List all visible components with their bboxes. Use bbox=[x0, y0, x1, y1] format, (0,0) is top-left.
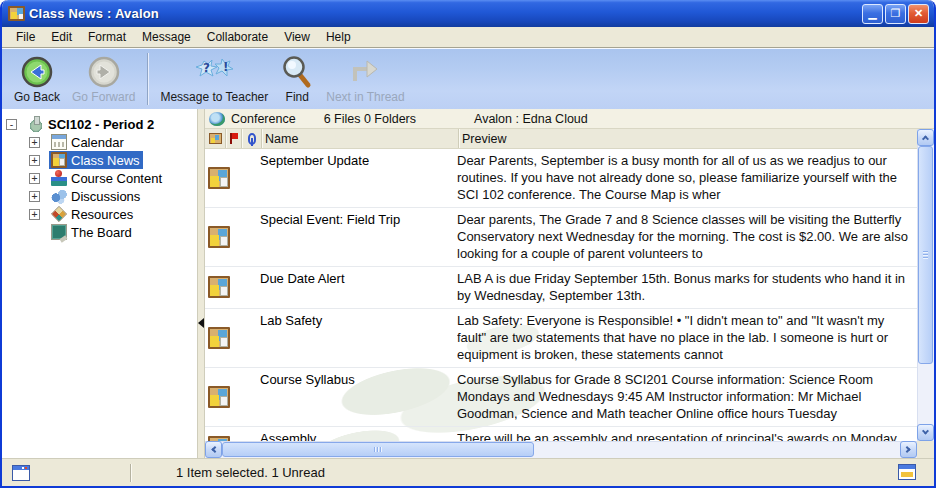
attachment-column-header[interactable] bbox=[242, 129, 262, 148]
pane-splitter[interactable] bbox=[197, 109, 205, 458]
message-row[interactable]: Special Event: Field Trip Dear parents, … bbox=[205, 208, 917, 267]
menu-item[interactable]: View bbox=[276, 28, 318, 46]
conference-location: Avalon : Edna Cloud bbox=[474, 112, 588, 126]
message-row[interactable]: September Update Dear Parents, September… bbox=[205, 149, 917, 208]
window-title: Class News : Avalon bbox=[29, 6, 159, 21]
expand-expander[interactable]: + bbox=[29, 155, 40, 166]
sidebar-items: + Calendar + Class News bbox=[2, 133, 197, 241]
calendar-icon bbox=[51, 134, 67, 150]
minimize-button[interactable]: ▁ bbox=[862, 4, 883, 24]
message-preview: Dear Parents, September is a busy month … bbox=[457, 152, 917, 203]
sidebar-item[interactable]: + Calendar bbox=[2, 133, 197, 151]
horizontal-scrollbar[interactable] bbox=[205, 441, 917, 458]
toggle-panel-icon[interactable] bbox=[12, 465, 30, 481]
menu-item[interactable]: Help bbox=[318, 28, 359, 46]
menu-item[interactable]: Message bbox=[134, 28, 199, 46]
scroll-up-button[interactable] bbox=[917, 129, 934, 146]
next-in-thread-button[interactable]: Next in Thread bbox=[320, 51, 411, 107]
status-text: 1 Item selected. 1 Unread bbox=[176, 465, 325, 480]
message-row[interactable]: Assembly There will be an assembly and p… bbox=[205, 427, 917, 441]
board-icon bbox=[51, 224, 67, 240]
message-name: Assembly bbox=[260, 430, 457, 441]
menu-item[interactable]: Edit bbox=[43, 28, 80, 46]
sidebar-item-label: The Board bbox=[71, 225, 132, 240]
find-button[interactable]: Find bbox=[274, 51, 320, 107]
message-name: September Update bbox=[260, 152, 457, 203]
bulletin-item-icon bbox=[208, 167, 230, 189]
vertical-scrollbar[interactable] bbox=[917, 129, 934, 441]
name-column-header[interactable]: Name bbox=[262, 129, 459, 148]
flag-column-header[interactable] bbox=[226, 129, 242, 148]
sidebar-item-label: Calendar bbox=[71, 135, 124, 150]
menu-bar: File Edit Format Message Collaborate Vie… bbox=[2, 27, 934, 47]
message-preview: Course Syllabus for Grade 8 SCI201 Cours… bbox=[457, 371, 917, 422]
message-row[interactable]: Due Date Alert LAB A is due Friday Septe… bbox=[205, 267, 917, 309]
menu-item[interactable]: Collaborate bbox=[199, 28, 276, 46]
close-button[interactable]: ✕ bbox=[908, 4, 929, 24]
message-name: Course Syllabus bbox=[260, 371, 457, 422]
expand-expander[interactable]: + bbox=[29, 137, 40, 148]
bulletin-item-icon bbox=[208, 276, 230, 298]
bulletin-item-icon bbox=[208, 327, 230, 349]
toolbar-separator bbox=[147, 53, 148, 105]
conference-counts: 6 Files 0 Folders bbox=[324, 112, 416, 126]
vertical-scrollbar-thumb[interactable] bbox=[918, 146, 933, 364]
item-type-icon bbox=[209, 133, 222, 144]
message-preview: Dear parents, The Grade 7 and 8 Science … bbox=[457, 211, 917, 262]
collapse-pane-icon[interactable] bbox=[198, 318, 204, 328]
menu-item[interactable]: Format bbox=[80, 28, 134, 46]
message-to-teacher-button[interactable]: ? ! Message to Teacher bbox=[154, 51, 274, 107]
sidebar-item[interactable]: + Resources bbox=[2, 205, 197, 223]
sidebar-root-label: SCI102 - Period 2 bbox=[48, 117, 154, 132]
scroll-down-button[interactable] bbox=[917, 424, 934, 441]
sidebar-item[interactable]: The Board bbox=[2, 223, 197, 241]
sidebar-item[interactable]: + Course Content bbox=[2, 169, 197, 187]
item-type-column-header[interactable] bbox=[205, 129, 226, 148]
forward-arrow-icon bbox=[87, 54, 121, 90]
scroll-right-button[interactable] bbox=[900, 441, 917, 458]
scrollbar-corner bbox=[917, 441, 934, 458]
news-icon bbox=[51, 152, 67, 168]
scroll-left-button[interactable] bbox=[205, 441, 222, 458]
expand-expander[interactable]: + bbox=[29, 173, 40, 184]
back-arrow-icon bbox=[20, 54, 54, 90]
discuss-icon bbox=[51, 188, 67, 204]
sidebar-item-label: Course Content bbox=[71, 171, 162, 186]
collapse-expander[interactable]: - bbox=[6, 119, 17, 130]
bulletin-board-icon bbox=[8, 6, 25, 21]
message-bubbles-icon: ? ! bbox=[192, 54, 236, 90]
message-name: Due Date Alert bbox=[260, 270, 457, 304]
title-bar[interactable]: Class News : Avalon ▁ ❐ ✕ bbox=[2, 0, 934, 27]
status-separator bbox=[130, 464, 131, 482]
sidebar-item[interactable]: + Discussions bbox=[2, 187, 197, 205]
message-row[interactable]: Lab Safety Lab Safety: Everyone is Respo… bbox=[205, 309, 917, 368]
sidebar-item-sci102[interactable]: - SCI102 - Period 2 bbox=[2, 115, 197, 133]
horizontal-scrollbar-thumb[interactable] bbox=[222, 442, 534, 457]
expand-expander[interactable]: + bbox=[29, 191, 40, 202]
conference-type-label: Conference bbox=[231, 112, 296, 126]
layout-view-icon[interactable] bbox=[898, 464, 916, 480]
menu-item[interactable]: File bbox=[8, 28, 43, 46]
sidebar-item-label: Resources bbox=[71, 207, 133, 222]
maximize-button[interactable]: ❐ bbox=[885, 4, 906, 24]
message-preview: LAB A is due Friday September 15th. Bonu… bbox=[457, 270, 917, 304]
conference-info-bar: Conference 6 Files 0 Folders Avalon : Ed… bbox=[205, 109, 934, 129]
go-back-button[interactable]: Go Back bbox=[8, 51, 66, 107]
paperclip-icon bbox=[248, 133, 256, 145]
message-preview: Lab Safety: Everyone is Responsible! • "… bbox=[457, 312, 917, 363]
message-preview: There will be an assembly and presentati… bbox=[457, 430, 917, 441]
flag-icon bbox=[229, 133, 238, 144]
go-forward-button[interactable]: Go Forward bbox=[66, 51, 141, 107]
bulletin-item-icon bbox=[208, 226, 230, 248]
main-area: - SCI102 - Period 2 + Calendar bbox=[2, 109, 934, 458]
expand-expander[interactable]: + bbox=[29, 209, 40, 220]
preview-column-header[interactable]: Preview bbox=[459, 129, 934, 148]
status-bar: 1 Item selected. 1 Unread bbox=[2, 458, 934, 486]
svg-text:!: ! bbox=[223, 60, 228, 74]
sidebar-item[interactable]: + Class News bbox=[2, 151, 197, 169]
sidebar-item-label: Class News bbox=[71, 153, 140, 168]
sidebar-item-label: Discussions bbox=[71, 189, 140, 204]
message-row[interactable]: Course Syllabus Course Syllabus for Grad… bbox=[205, 368, 917, 427]
flask-icon bbox=[28, 116, 44, 132]
compass-icon bbox=[51, 206, 67, 222]
